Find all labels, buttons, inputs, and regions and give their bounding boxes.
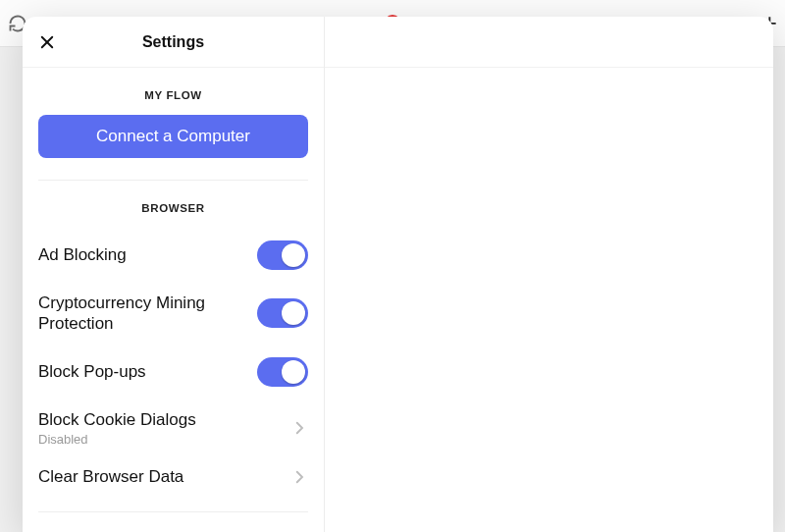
section-label-browser: BROWSER [38, 181, 308, 228]
settings-panel: Settings MY FLOW Connect a Computer BROW… [23, 17, 773, 532]
row-clear-browser-data[interactable]: Clear Browser Data [38, 456, 308, 511]
toggle-crypto-mining[interactable] [257, 298, 308, 328]
row-block-popups[interactable]: Block Pop-ups [38, 345, 308, 399]
divider [38, 511, 308, 512]
row-label: Clear Browser Data [38, 466, 183, 487]
detail-pane [325, 17, 773, 532]
row-label: Ad Blocking [38, 244, 127, 265]
row-block-cookie-dialogs[interactable]: Block Cookie Dialogs Disabled [38, 399, 308, 456]
toggle-ad-blocking[interactable] [257, 240, 308, 270]
row-crypto-mining[interactable]: Cryptocurrency Mining Protection [38, 283, 308, 345]
settings-header: Settings [23, 17, 324, 68]
settings-sidebar: Settings MY FLOW Connect a Computer BROW… [23, 17, 325, 532]
chevron-right-icon [290, 468, 308, 486]
row-ad-blocking[interactable]: Ad Blocking [38, 228, 308, 283]
row-label: Cryptocurrency Mining Protection [38, 293, 235, 335]
row-label: Block Pop-ups [38, 361, 146, 382]
toggle-block-popups[interactable] [257, 357, 308, 387]
page-title: Settings [23, 33, 324, 51]
row-sublabel: Disabled [38, 432, 196, 447]
row-label: Block Cookie Dialogs [38, 409, 196, 430]
close-icon[interactable] [36, 31, 58, 53]
section-label-myflow: MY FLOW [38, 68, 308, 115]
connect-computer-button[interactable]: Connect a Computer [38, 115, 308, 158]
chevron-right-icon [290, 419, 308, 437]
